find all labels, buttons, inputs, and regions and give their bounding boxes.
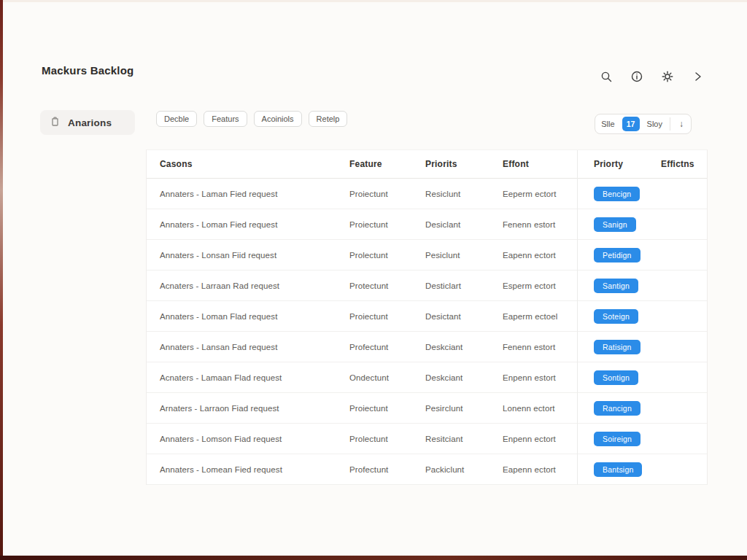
- cell-action: Ratisign: [577, 340, 657, 354]
- column-header-effont: Effont: [489, 159, 577, 169]
- assign-button[interactable]: Soireign: [594, 432, 640, 446]
- cell-cason: Annaters - Loman Fied request: [147, 220, 344, 229]
- cell-feature: Proiectunt: [344, 220, 417, 229]
- table-row: Annaters - Loman Flad request Proiectunt…: [147, 301, 707, 332]
- cell-cason: Acnaters - Larraan Rad request: [147, 281, 344, 290]
- cell-cason: Annaters - Lansan Fad request: [147, 343, 344, 351]
- cell-feature: Profectunt: [344, 343, 417, 351]
- assign-button[interactable]: Sontign: [594, 370, 638, 385]
- backlog-table: Casons Feature Priorits Effont Priorty E…: [146, 149, 708, 485]
- search-icon[interactable]: [598, 69, 614, 85]
- cell-effort: Fenenn estort: [489, 343, 577, 351]
- cell-action: Soireign: [577, 432, 657, 446]
- column-header-casons: Casons: [147, 159, 344, 169]
- cell-feature: Protectunt: [344, 281, 417, 290]
- assign-button[interactable]: Petidign: [594, 248, 640, 262]
- cell-effort: Eapenn ectort: [489, 251, 577, 260]
- info-icon[interactable]: [629, 69, 645, 85]
- cell-priority: Deskciant: [417, 343, 489, 351]
- cell-action: Santign: [577, 279, 657, 293]
- cell-cason: Arnaters - Larraon Fiad request: [147, 404, 344, 413]
- cell-effort: Eeperm ectort: [489, 190, 577, 198]
- top-edge-accent: [0, 0, 747, 2]
- cell-effort: Enpenn ectort: [489, 435, 577, 443]
- table-row: Annaters - Laman Fied request Proiectunt…: [147, 179, 707, 209]
- clipboard-icon: [50, 116, 61, 130]
- column-divider: [577, 150, 578, 485]
- cell-priority: Packiclunt: [417, 465, 489, 474]
- cell-priority: Resiclunt: [417, 190, 489, 198]
- cell-effort: Eapenn ectort: [489, 465, 577, 474]
- cell-feature: Prolectunt: [344, 251, 417, 260]
- cell-effort: Enpenn estort: [489, 373, 577, 382]
- cell-cason: Annaters - Lomean Fied request: [147, 465, 344, 474]
- assign-button[interactable]: Ratisign: [594, 340, 640, 354]
- cell-priority: Desticlart: [417, 281, 489, 290]
- cell-feature: Prolectunt: [344, 435, 417, 443]
- table-row: Arnaters - Larraon Fiad request Proiectu…: [147, 393, 707, 424]
- table-row: Annaters - Loman Fied request Proiectunt…: [147, 209, 707, 240]
- cell-priority: Pesiclunt: [417, 251, 489, 260]
- view-controls: Slle 17 Sloy ↓: [595, 114, 692, 134]
- filter-chip[interactable]: Featurs: [204, 111, 247, 127]
- cell-action: Sontign: [577, 370, 657, 385]
- table-row: Annaters - Lonsan Fiid request Prolectun…: [147, 240, 707, 271]
- cell-priority: Deskciant: [417, 373, 489, 382]
- assign-button[interactable]: Sanign: [594, 217, 636, 232]
- filter-chip[interactable]: Decble: [156, 111, 197, 127]
- sidebar-item-anarions[interactable]: Anarions: [40, 110, 135, 135]
- view-toggle-left[interactable]: Slle: [601, 120, 614, 128]
- cell-priority: Pesirclunt: [417, 404, 489, 413]
- cell-action: Sanign: [577, 217, 657, 232]
- left-edge-accent: [0, 0, 3, 560]
- assign-button[interactable]: Rancign: [594, 401, 640, 416]
- bottom-edge-accent: [0, 556, 747, 560]
- table-row: Annaters - Lomson Fiad request Prolectun…: [147, 424, 707, 454]
- cell-effort: Fenenn estort: [489, 220, 577, 229]
- topbar-icons: [598, 69, 706, 85]
- divider: [670, 117, 670, 131]
- cell-feature: Profectunt: [344, 465, 417, 474]
- cell-priority: Resitciant: [417, 435, 489, 443]
- page-badge[interactable]: 17: [622, 117, 640, 131]
- cell-priority: Desiclant: [417, 220, 489, 229]
- settings-icon[interactable]: [659, 69, 676, 85]
- page-title: Mackurs Backlog: [42, 64, 133, 77]
- sort-descending-icon[interactable]: ↓: [678, 119, 685, 129]
- column-header-feature: Feature: [344, 159, 417, 169]
- assign-button[interactable]: Soteign: [594, 309, 638, 324]
- cell-effort: Eaperm ectoel: [489, 312, 577, 321]
- cell-action: Bencign: [577, 187, 657, 201]
- table-header-row: Casons Feature Priorits Effont Priorty E…: [147, 150, 707, 179]
- cell-action: Rancign: [577, 401, 657, 416]
- column-header-effictns: Effictns: [657, 159, 707, 169]
- table-row: Annaters - Lansan Fad request Profectunt…: [147, 332, 707, 362]
- cell-cason: Annaters - Loman Flad request: [147, 312, 344, 321]
- chevron-right-icon[interactable]: [690, 69, 706, 85]
- cell-cason: Annaters - Laman Fied request: [147, 190, 344, 198]
- cell-action: Soteign: [577, 309, 657, 324]
- cell-cason: Annaters - Lonsan Fiid request: [147, 251, 344, 260]
- cell-feature: Proiectunt: [344, 190, 417, 198]
- table-row: Acnaters - Lamaan Flad request Ondectunt…: [147, 362, 707, 393]
- cell-cason: Acnaters - Lamaan Flad request: [147, 373, 344, 382]
- cell-priority: Desictant: [417, 312, 489, 321]
- column-header-priorits: Priorits: [417, 159, 489, 169]
- cell-cason: Annaters - Lomson Fiad request: [147, 435, 344, 443]
- table-row: Acnaters - Larraan Rad request Protectun…: [147, 271, 707, 301]
- cell-feature: Ondectunt: [344, 373, 417, 382]
- cell-action: Petidign: [577, 248, 657, 262]
- column-header-priorty: Priorty: [577, 159, 657, 169]
- assign-button[interactable]: Bencign: [594, 187, 640, 201]
- table-row: Annaters - Lomean Fied request Profectun…: [147, 454, 707, 485]
- filter-chip[interactable]: Acoiniols: [254, 111, 302, 127]
- filter-chips: Decble Featurs Acoiniols Retelp: [156, 111, 347, 127]
- filter-chip[interactable]: Retelp: [309, 111, 348, 127]
- cell-effort: Lonenn ectort: [489, 404, 577, 413]
- view-toggle-right[interactable]: Sloy: [647, 120, 662, 128]
- cell-effort: Esperm ectort: [489, 281, 577, 290]
- cell-action: Bantsign: [577, 462, 657, 477]
- cell-feature: Proiectunt: [344, 312, 417, 321]
- assign-button[interactable]: Santign: [594, 279, 638, 293]
- assign-button[interactable]: Bantsign: [594, 462, 642, 477]
